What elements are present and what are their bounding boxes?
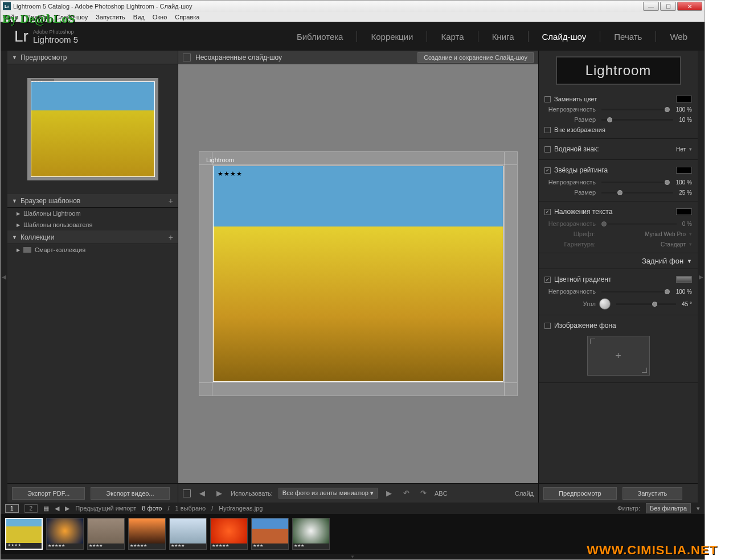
filmstrip-thumb[interactable]: ★★★★ — [87, 518, 125, 550]
minimize-button[interactable]: — — [643, 2, 659, 11]
menu-help[interactable]: Справка — [175, 14, 199, 20]
size-slider[interactable] — [601, 119, 673, 121]
filmstrip-thumb[interactable]: ★★★★★ — [46, 518, 84, 550]
module-print[interactable]: Печать — [611, 31, 645, 43]
watermark-url: WWW.CIMISLIA.NET — [587, 543, 718, 558]
opacity-slider[interactable] — [601, 109, 670, 110]
replace-color-checkbox[interactable] — [544, 96, 551, 102]
bg-image-checkbox[interactable] — [544, 323, 551, 329]
monitor-1-tab[interactable]: 1 — [5, 504, 19, 513]
watermark-checkbox[interactable] — [544, 146, 551, 153]
face-select[interactable]: Стандарт — [661, 241, 686, 248]
wash-color-swatch[interactable] — [676, 276, 692, 283]
identity-panel: Lr Adobe Photoshop Lightroom 5 Библиотек… — [1, 22, 705, 51]
window-title: Lightroom 5 Catalog - Adobe Photoshop Li… — [13, 3, 192, 10]
module-library[interactable]: Библиотека — [293, 31, 347, 43]
app-logo: Lr Adobe Photoshop Lightroom 5 — [14, 27, 78, 46]
text-tool[interactable]: ABC — [435, 490, 448, 497]
nav-fwd-icon[interactable]: ▶ — [65, 505, 69, 512]
identity-plate-label: Lightroom — [206, 157, 234, 163]
font-select[interactable]: Myriad Web Pro — [645, 231, 686, 237]
angle-slider[interactable] — [616, 303, 676, 305]
text-overlays-checkbox[interactable]: ✓ — [544, 209, 551, 215]
dropdown-icon[interactable]: ▾ — [689, 146, 692, 152]
module-book[interactable]: Книга — [489, 31, 518, 43]
outside-image-checkbox[interactable] — [544, 127, 551, 133]
prev-slide-icon[interactable]: ◀ — [196, 488, 208, 499]
angle-dial[interactable] — [599, 298, 611, 310]
module-develop[interactable]: Коррекции — [367, 31, 416, 43]
collections-header[interactable]: ▼ Коллекции + — [7, 230, 178, 244]
templates-lightroom[interactable]: ▶Шаблоны Lightroom — [7, 208, 178, 219]
identity-plate-preview[interactable]: Lightroom — [556, 56, 681, 85]
close-button[interactable]: ✕ — [677, 2, 702, 11]
play-icon[interactable]: ▶ — [383, 488, 395, 499]
next-slide-icon[interactable]: ▶ — [214, 488, 225, 499]
color-swatch[interactable] — [676, 96, 692, 102]
filmstrip-thumb[interactable]: ★★★ — [251, 518, 289, 550]
rating-color-swatch[interactable] — [676, 167, 692, 174]
preview-thumbnail[interactable]: Lightroom — [27, 78, 158, 180]
use-photos-select[interactable]: Все фото из ленты миниатюр ▾ — [279, 488, 378, 499]
rating-overlay: ★★★★ — [218, 170, 243, 178]
module-map[interactable]: Карта — [437, 31, 467, 43]
right-panel: Lightroom Заменить цвет Непрозрачность10… — [538, 51, 698, 503]
text-opacity-slider[interactable] — [601, 223, 677, 225]
filmstrip-thumb[interactable]: ★★★★★ — [210, 518, 248, 550]
backdrop-panel-header[interactable]: Задний фон▼ — [539, 253, 698, 269]
color-wash-checkbox[interactable]: ✓ — [544, 277, 551, 283]
titlebar[interactable]: Lr Lightroom 5 Catalog - Adobe Photoshop… — [1, 1, 705, 12]
collection-icon — [23, 247, 31, 253]
menu-run[interactable]: Запустить — [96, 14, 125, 20]
module-slideshow[interactable]: Слайд-шоу — [539, 31, 590, 43]
monitor-2-tab[interactable]: 2 — [24, 504, 38, 513]
slideshow-icon — [183, 53, 191, 61]
rotate-cw-icon[interactable]: ↷ — [417, 488, 429, 499]
smart-collection[interactable]: ▶Смарт-коллекция — [7, 244, 178, 256]
stop-button[interactable] — [183, 489, 191, 497]
text-color-swatch[interactable] — [676, 208, 692, 215]
play-button[interactable]: Запустить — [622, 487, 683, 500]
rating-stars-checkbox[interactable]: ✓ — [544, 167, 551, 174]
filmstrip-thumb[interactable]: ★★★★★ — [128, 518, 166, 550]
export-pdf-button[interactable]: Экспорт PDF... — [12, 487, 85, 500]
left-panel: ▼ Предпросмотр Lightroom ▼ Браузер шабло… — [7, 51, 178, 503]
filmstrip-thumb[interactable]: ★★★★ — [5, 518, 43, 550]
right-toolbar: Предпросмотр Запустить — [539, 483, 698, 503]
filmstrip-thumb[interactable]: ★★★ — [292, 518, 330, 550]
watermark-author: By De@bLoS — [2, 11, 75, 26]
right-edge-toggle[interactable]: ▶ — [698, 51, 705, 503]
grid-icon[interactable]: ▦ — [43, 505, 49, 512]
left-edge-toggle[interactable]: ◀ — [1, 51, 7, 503]
add-collection-icon[interactable]: + — [169, 233, 173, 242]
center-toolbar: ◀ ▶ Использовать: Все фото из ленты мини… — [178, 483, 538, 503]
preview-panel-header[interactable]: ▼ Предпросмотр — [7, 51, 178, 64]
templates-user[interactable]: ▶Шаблоны пользователя — [7, 219, 178, 230]
module-web[interactable]: Web — [666, 31, 691, 43]
wash-opacity-slider[interactable] — [601, 291, 670, 293]
preview-button[interactable]: Предпросмотр — [543, 487, 617, 500]
rating-opacity-slider[interactable] — [601, 182, 670, 183]
center-header: Несохраненные слайд-шоу Создание и сохра… — [178, 51, 538, 64]
maximize-button[interactable]: ☐ — [660, 2, 676, 11]
filter-lock-icon[interactable]: ▾ — [697, 505, 700, 512]
slide-preview[interactable]: Lightroom ★★★★ — [199, 151, 518, 396]
menu-window[interactable]: Окно — [153, 14, 167, 20]
create-save-slideshow-button[interactable]: Создание и сохранение Слайд-шоу — [417, 52, 534, 63]
export-video-button[interactable]: Экспорт видео... — [91, 487, 169, 500]
bg-image-dropzone[interactable]: + — [587, 336, 650, 376]
nav-back-icon[interactable]: ◀ — [55, 505, 59, 512]
add-template-icon[interactable]: + — [169, 196, 173, 205]
rotate-ccw-icon[interactable]: ↶ — [400, 488, 412, 499]
disclosure-icon: ▼ — [12, 198, 17, 204]
app-icon: Lr — [3, 2, 11, 10]
rating-size-slider[interactable] — [601, 192, 673, 193]
window-frame: Lr Lightroom 5 Catalog - Adobe Photoshop… — [0, 0, 705, 560]
disclosure-icon: ▼ — [12, 234, 17, 240]
center-panel: Несохраненные слайд-шоу Создание и сохра… — [178, 51, 538, 503]
menu-view[interactable]: Вид — [133, 14, 145, 20]
module-picker: Библиотека Коррекции Карта Книга Слайд-ш… — [293, 31, 691, 43]
filter-select[interactable]: Без фильтра — [646, 503, 691, 513]
filmstrip-thumb[interactable]: ★★★★ — [169, 518, 207, 550]
template-browser-header[interactable]: ▼ Браузер шаблонов + — [7, 194, 178, 208]
